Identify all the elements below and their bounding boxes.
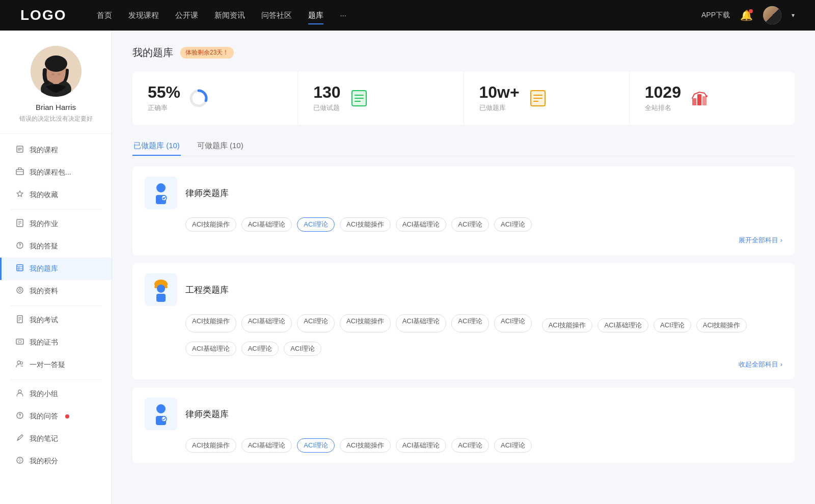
- qbank-tag[interactable]: ACI基础理论: [241, 438, 292, 453]
- qbank-tag[interactable]: ACI技能操作: [185, 217, 236, 232]
- qbank-tag[interactable]: ACI技能操作: [340, 314, 391, 332]
- questions-badge: [65, 414, 69, 418]
- user-avatar[interactable]: [763, 6, 781, 24]
- nav-qa[interactable]: 问答社区: [261, 9, 292, 22]
- qbank-tag[interactable]: ACI理论: [451, 438, 489, 453]
- svg-rect-31: [18, 341, 21, 343]
- sidebar-item-certificate[interactable]: 我的证书: [0, 331, 112, 354]
- qbank-title-1: 律师类题库: [185, 187, 229, 199]
- sidebar-item-favorites[interactable]: 我的收藏: [0, 184, 112, 206]
- qbank-card-lawyer-2: 律师类题库 ACI技能操作 ACI基础理论 ACI理论 ACI技能操作 ACI基…: [132, 387, 795, 463]
- qbank-tag[interactable]: ACI基础理论: [396, 314, 447, 332]
- svg-point-18: [19, 247, 20, 248]
- qbank-tag[interactable]: ACI理论: [494, 314, 532, 332]
- exams-icon: [15, 315, 24, 325]
- qbank-tag[interactable]: ACI理论: [494, 217, 532, 232]
- stat-done-banks-text: 10w+ 已做题库: [479, 84, 520, 113]
- sidebar-item-homework[interactable]: 我的作业: [0, 213, 112, 235]
- qbank-lawyer-icon-1: [145, 177, 177, 209]
- sidebar-item-data[interactable]: 我的资料: [0, 280, 112, 302]
- qbank-tag[interactable]: ACI理论: [654, 318, 691, 332]
- qbank-tag-active[interactable]: ACI理论: [297, 438, 335, 453]
- avatar-chevron-icon[interactable]: ▾: [792, 12, 795, 19]
- nav-news[interactable]: 新闻资讯: [214, 9, 245, 22]
- qbank-tag[interactable]: ACI基础理论: [241, 314, 292, 332]
- svg-rect-30: [16, 339, 23, 344]
- sidebar-label-data: 我的资料: [30, 287, 58, 296]
- done-questions-icon: [349, 88, 369, 108]
- qbank-engineer-icon: [145, 273, 177, 306]
- notification-dot: [749, 9, 753, 13]
- qbank-tag[interactable]: ACI基础理论: [241, 217, 292, 232]
- qa-icon: [15, 241, 24, 251]
- tab-available-banks[interactable]: 可做题库 (10): [196, 137, 244, 156]
- qbank-title-3: 律师类题库: [185, 408, 229, 420]
- points-icon: [15, 456, 24, 466]
- qbank-tags-2: ACI技能操作 ACI基础理论 ACI理论 ACI技能操作 ACI基础理论 AC…: [145, 314, 782, 356]
- qbank-tag[interactable]: ACI理论: [451, 314, 489, 332]
- qbank-expand-1[interactable]: 展开全部科目 ›: [145, 236, 782, 245]
- data-icon: [15, 286, 24, 296]
- qbank-tag[interactable]: ACI基础理论: [396, 438, 447, 453]
- tab-done-banks[interactable]: 已做题库 (10): [132, 137, 181, 156]
- qbank-tag-active[interactable]: ACI理论: [297, 217, 335, 232]
- sidebar-item-my-courses[interactable]: 我的课程: [0, 139, 112, 161]
- qbank-tag[interactable]: ACI技能操作: [185, 314, 236, 332]
- navbar: LOGO 首页 发现课程 公开课 新闻资讯 问答社区 题库 ··· APP下载 …: [0, 0, 815, 31]
- group-icon: [15, 389, 24, 399]
- nav-home[interactable]: 首页: [97, 9, 112, 22]
- qbank-tag[interactable]: ACI理论: [241, 342, 279, 356]
- sidebar-avatar: [31, 46, 82, 97]
- sidebar-item-1on1[interactable]: 一对一答疑: [0, 354, 112, 376]
- svg-rect-11: [16, 170, 23, 175]
- sidebar-item-my-questions[interactable]: 我的问答: [0, 405, 112, 428]
- qbank-tag[interactable]: ACI理论: [297, 314, 335, 332]
- svg-rect-51: [692, 98, 696, 105]
- app-download-link[interactable]: APP下载: [701, 11, 730, 20]
- certificate-icon: [15, 338, 24, 348]
- qbank-collapse-2[interactable]: 收起全部科目 ›: [145, 360, 782, 369]
- nav-more[interactable]: ···: [340, 9, 346, 22]
- sidebar-profile: Brian Harris 错误的决定比没有决定要好: [0, 46, 112, 134]
- svg-point-24: [19, 289, 21, 292]
- notification-bell[interactable]: 🔔: [740, 9, 753, 21]
- qbank-tag[interactable]: ACI技能操作: [696, 318, 747, 332]
- sidebar-item-group[interactable]: 我的小组: [0, 383, 112, 405]
- stat-rank: 1029 全站排名: [630, 72, 795, 125]
- sidebar-label-course-package: 我的课程包...: [30, 168, 71, 177]
- qbank-tag[interactable]: ACI理论: [451, 217, 489, 232]
- sidebar-item-notes[interactable]: 我的笔记: [0, 428, 112, 450]
- svg-point-60: [157, 285, 165, 293]
- svg-point-36: [19, 417, 20, 418]
- svg-point-62: [156, 404, 166, 413]
- course-package-icon: [15, 167, 24, 178]
- stat-rank-label: 全站排名: [645, 103, 681, 113]
- qbank-tag[interactable]: ACI理论: [284, 342, 321, 356]
- rank-icon: [689, 88, 710, 108]
- svg-rect-19: [17, 265, 23, 271]
- questions-icon: [15, 411, 24, 422]
- qbank-tag[interactable]: ACI技能操作: [340, 217, 391, 232]
- qbank-tag[interactable]: ACI技能操作: [185, 438, 236, 453]
- sidebar-item-qa[interactable]: 我的答疑: [0, 235, 112, 258]
- nav-open-course[interactable]: 公开课: [175, 9, 198, 22]
- qbank-tag[interactable]: ACI技能操作: [542, 318, 593, 332]
- qbank-tag[interactable]: ACI技能操作: [340, 438, 391, 453]
- qbank-tag[interactable]: ACI理论: [494, 438, 532, 453]
- nav-discover[interactable]: 发现课程: [128, 9, 159, 22]
- tabs-row: 已做题库 (10) 可做题库 (10): [132, 137, 795, 156]
- qbank-tag[interactable]: ACI基础理论: [396, 217, 447, 232]
- qbank-tag[interactable]: ACI基础理论: [597, 318, 648, 332]
- sidebar-item-course-package[interactable]: 我的课程包...: [0, 161, 112, 184]
- qbank-tag[interactable]: ACI基础理论: [185, 342, 236, 356]
- notes-icon: [15, 434, 24, 444]
- svg-point-55: [156, 183, 166, 192]
- qbank-card-lawyer-1: 律师类题库 ACI技能操作 ACI基础理论 ACI理论 ACI技能操作 ACI基…: [132, 166, 795, 255]
- nav-qbank[interactable]: 题库: [308, 9, 323, 22]
- stat-accuracy-text: 55% 正确率: [148, 84, 180, 113]
- sidebar-item-qbank[interactable]: 我的题库: [0, 258, 112, 280]
- sidebar-item-points[interactable]: 我的积分: [0, 450, 112, 472]
- sidebar-item-exams[interactable]: 我的考试: [0, 309, 112, 331]
- sidebar-label-my-questions: 我的问答: [30, 412, 58, 421]
- qbank-lawyer-icon-2: [145, 398, 177, 430]
